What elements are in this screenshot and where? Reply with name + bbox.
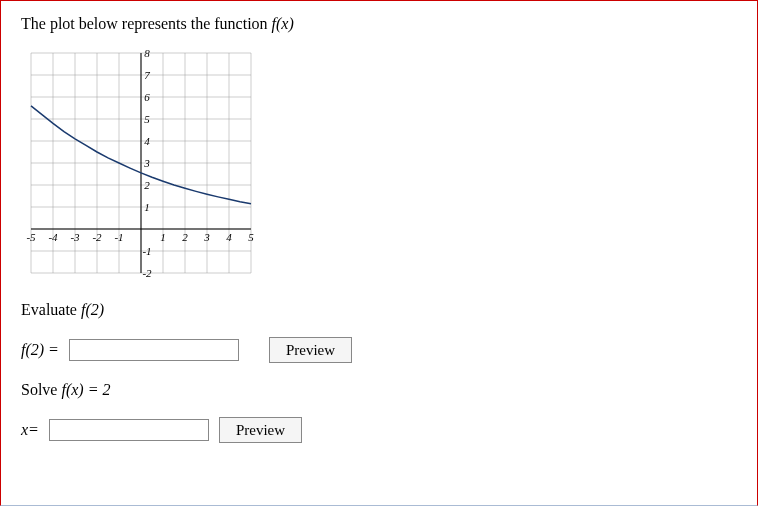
q1-prompt-pre: Evaluate [21, 301, 81, 318]
q2-label: x= [21, 421, 39, 439]
q2-prompt: Solve f(x) = 2 [21, 381, 737, 399]
problem-intro: The plot below represents the function f… [21, 15, 737, 33]
svg-text:5: 5 [248, 231, 254, 243]
q2-prompt-pre: Solve [21, 381, 61, 398]
svg-text:3: 3 [143, 157, 150, 169]
svg-text:2: 2 [182, 231, 188, 243]
svg-text:4: 4 [144, 135, 150, 147]
q1-answer-input[interactable] [69, 339, 239, 361]
q1-answer-row: f(2) = Preview [21, 337, 737, 363]
svg-text:-4: -4 [48, 231, 58, 243]
q2-preview-button[interactable]: Preview [219, 417, 302, 443]
problem-container: The plot below represents the function f… [0, 0, 758, 506]
q2-answer-input[interactable] [49, 419, 209, 441]
svg-text:7: 7 [144, 69, 150, 81]
chart-svg: -5-4-3-2-112345-2-112345678 [21, 43, 261, 283]
q1-prompt-fn: f(2) [81, 301, 104, 318]
svg-text:1: 1 [160, 231, 166, 243]
function-chart: -5-4-3-2-112345-2-112345678 [21, 43, 261, 283]
q2-answer-row: x= Preview [21, 417, 737, 443]
svg-text:-1: -1 [142, 245, 151, 257]
svg-text:8: 8 [144, 47, 150, 59]
svg-text:6: 6 [144, 91, 150, 103]
svg-text:2: 2 [144, 179, 150, 191]
q1-label: f(2) = [21, 341, 59, 359]
svg-text:1: 1 [144, 201, 150, 213]
svg-text:5: 5 [144, 113, 150, 125]
svg-text:4: 4 [226, 231, 232, 243]
svg-text:-5: -5 [26, 231, 36, 243]
q1-prompt: Evaluate f(2) [21, 301, 737, 319]
intro-fn: f(x) [272, 15, 294, 32]
q1-preview-button[interactable]: Preview [269, 337, 352, 363]
svg-text:3: 3 [203, 231, 210, 243]
svg-text:-2: -2 [92, 231, 102, 243]
svg-text:-1: -1 [114, 231, 123, 243]
svg-text:-2: -2 [142, 267, 152, 279]
intro-text: The plot below represents the function [21, 15, 272, 32]
svg-text:-3: -3 [70, 231, 80, 243]
q2-prompt-fn: f(x) = 2 [61, 381, 110, 398]
